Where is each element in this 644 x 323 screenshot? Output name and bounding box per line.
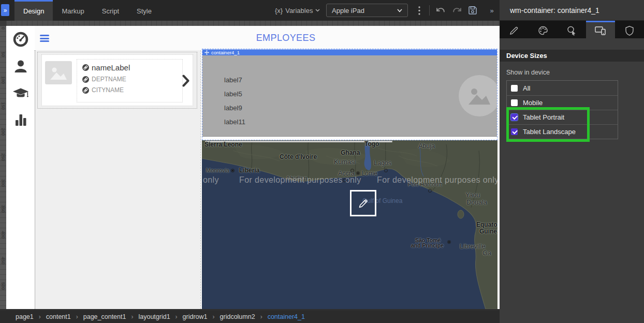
tab-styles[interactable] [529, 21, 558, 38]
list-item-chevron[interactable] [181, 70, 191, 91]
double-chevron-right-icon: » [4, 7, 7, 14]
breadcrumb-link[interactable]: gridcolumn2 [220, 313, 255, 320]
device-checkbox[interactable] [511, 114, 518, 121]
breadcrumb-link[interactable]: page1 [16, 313, 34, 320]
panel-title: wm-container: container4_1 [500, 0, 644, 21]
redo-icon [452, 6, 462, 15]
collapse-panel-button[interactable]: » [487, 5, 496, 16]
label-widget[interactable]: label5 [224, 90, 242, 98]
device-size-row[interactable]: Tablet Portrait [507, 110, 618, 124]
picture-icon [467, 86, 491, 106]
properties-panel: wm-container: container4_1 Device Sizes … [500, 0, 644, 323]
editor-tabs: DesignMarkupScriptStyle [14, 0, 160, 21]
editor-tab[interactable]: Script [93, 0, 128, 21]
tab-devices[interactable] [586, 21, 615, 38]
employee-list-item[interactable]: nameLabel DEPTNAME CITYNAME [41, 54, 193, 106]
picture-placeholder-circle[interactable] [459, 75, 497, 116]
kebab-menu-icon[interactable] [416, 6, 422, 14]
expand-sidebar-button[interactable]: » [1, 4, 9, 16]
device-checkbox[interactable] [511, 85, 518, 92]
tab-properties[interactable] [500, 21, 529, 38]
breadcrumb-link[interactable]: content1 [46, 313, 71, 320]
editor-tab[interactable]: Markup [53, 0, 93, 21]
save-button[interactable] [467, 5, 478, 16]
dashboard-icon[interactable] [12, 31, 29, 48]
breadcrumb-separator: › [260, 313, 262, 320]
shield-icon [624, 25, 635, 36]
device-size-row[interactable]: All [507, 81, 618, 95]
field-label: nameLabel [92, 63, 130, 72]
list-item-fields: nameLabel DEPTNAME CITYNAME [77, 59, 183, 102]
device-size-label: Tablet Landscape [523, 128, 576, 136]
device-checkbox[interactable] [511, 99, 518, 106]
device-size-label: All [523, 84, 530, 92]
variables-x-icon: {x} [275, 7, 283, 14]
map-marker-icon [447, 240, 451, 244]
container4-widget[interactable]: label7label5label9label11 [202, 55, 497, 137]
tab-events[interactable] [558, 21, 587, 38]
breadcrumb-link[interactable]: container4_1 [268, 313, 305, 320]
map-marker-icon [343, 179, 346, 182]
vertical-ruler: 050100150200250300350400450500 [0, 26, 6, 309]
device-sizes-header: Device Sizes [500, 50, 644, 62]
ruler-number: 400 [0, 229, 6, 240]
breadcrumb-link[interactable]: layoutgrid1 [138, 313, 170, 320]
device-size-row[interactable]: Mobile [507, 95, 618, 110]
page-title: EMPLOYEES [256, 33, 316, 43]
ruler-number: 200 [0, 126, 6, 137]
double-chevron-right-icon: » [490, 7, 493, 14]
device-size-row[interactable]: Tablet Landscape [507, 124, 618, 139]
breadcrumb-link[interactable]: page_content1 [83, 313, 126, 320]
save-icon [467, 5, 478, 16]
devices-icon [595, 26, 606, 35]
bound-field[interactable]: nameLabel [82, 63, 182, 72]
ruler-number: 250 [0, 152, 6, 163]
selection-label: container4_1 [211, 50, 240, 55]
device-size-list: All Mobile Tablet Portrait Tablet Landsc… [506, 80, 618, 139]
ruler-number: 0 [0, 23, 6, 34]
breadcrumb-item: gridcolumn2 › [220, 313, 268, 320]
variables-button[interactable]: {x} Variables [275, 0, 320, 21]
top-toolbar: » DesignMarkupScriptStyle {x} Variables … [0, 0, 500, 21]
hamburger-menu-icon[interactable] [40, 35, 49, 42]
field-label: DEPTNAME [92, 76, 126, 83]
label-widget[interactable]: label11 [224, 118, 245, 126]
breadcrumb-item: page_content1 › [83, 313, 139, 320]
widget-breadcrumb: page1 › content1 › page_content1 › layou… [0, 311, 500, 323]
label-widget[interactable]: label7 [224, 76, 242, 84]
list-widget-outline: nameLabel DEPTNAME CITYNAME [37, 52, 197, 109]
device-size-label: Tablet Portrait [523, 113, 564, 121]
chevron-down-icon [397, 9, 402, 12]
bound-field[interactable]: DEPTNAME [82, 76, 182, 83]
ruler-number: 150 [0, 100, 6, 111]
education-icon[interactable] [12, 85, 29, 101]
ruler-number: 300 [0, 178, 6, 188]
map-marker-icon [356, 171, 360, 175]
device-checkbox[interactable] [511, 128, 518, 135]
tab-security[interactable] [615, 21, 644, 38]
device-preview-select[interactable]: Apple iPad [326, 4, 408, 17]
editor-tab[interactable]: Design [14, 0, 53, 21]
app-left-nav [6, 26, 35, 309]
breadcrumb-item: content1 › [46, 313, 83, 320]
undo-button[interactable] [435, 5, 446, 16]
chevron-down-icon [315, 9, 320, 12]
bar-chart-icon[interactable] [12, 111, 29, 127]
bound-field[interactable]: CITYNAME [82, 86, 182, 94]
picture-placeholder-icon[interactable] [45, 61, 72, 84]
editor-tab[interactable]: Style [128, 0, 160, 21]
user-icon[interactable] [12, 58, 29, 75]
variables-label: Variables [285, 7, 313, 14]
show-in-device-label: Show in device [506, 69, 644, 76]
label-widget[interactable]: label9 [224, 104, 242, 112]
breadcrumb-link[interactable]: gridrow1 [183, 313, 208, 320]
selection-handle-bar[interactable]: container4_1 [202, 49, 497, 55]
horizontal-ruler [6, 21, 500, 26]
pencil-icon [358, 198, 369, 209]
design-canvas: EMPLOYEES nameLabel [6, 26, 500, 309]
map-widget[interactable]: Sierra LeoneCôte d'IvoireGhanaTogoLiberi… [202, 140, 497, 309]
map-edit-button[interactable] [350, 190, 376, 216]
palette-icon [538, 25, 548, 36]
redo-button[interactable] [451, 5, 463, 16]
toolbar-divider [429, 5, 430, 16]
